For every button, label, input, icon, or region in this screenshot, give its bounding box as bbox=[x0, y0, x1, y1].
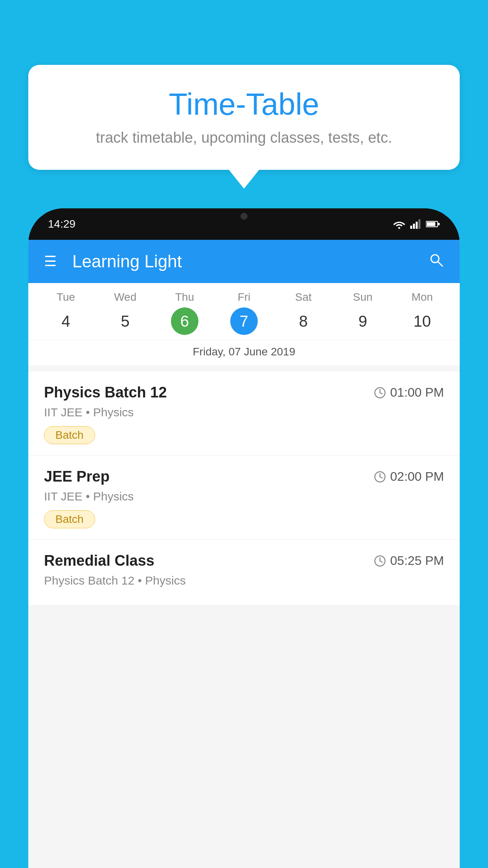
schedule-item-header: Remedial Class05:25 PM bbox=[44, 552, 444, 569]
day-name: Mon bbox=[411, 291, 433, 303]
schedule-time: 02:00 PM bbox=[374, 469, 444, 484]
svg-rect-6 bbox=[427, 222, 435, 226]
day-number[interactable]: 10 bbox=[408, 307, 436, 335]
calendar-day[interactable]: Thu6 bbox=[161, 291, 208, 335]
svg-rect-3 bbox=[416, 222, 418, 229]
clock-icon bbox=[374, 471, 386, 483]
schedule-item[interactable]: JEE Prep02:00 PMIIT JEE • PhysicsBatch bbox=[28, 456, 460, 540]
day-name: Wed bbox=[114, 291, 136, 303]
schedule-list: Physics Batch 1201:00 PMIIT JEE • Physic… bbox=[28, 371, 460, 606]
schedule-subtitle: IIT JEE • Physics bbox=[44, 406, 444, 419]
bubble-subtitle: track timetable, upcoming classes, tests… bbox=[52, 129, 436, 146]
hamburger-icon[interactable]: ☰ bbox=[44, 253, 57, 270]
schedule-time: 05:25 PM bbox=[374, 554, 444, 568]
svg-line-12 bbox=[380, 393, 382, 394]
svg-rect-4 bbox=[418, 219, 420, 229]
status-time: 14:29 bbox=[48, 218, 75, 230]
bubble-title: Time-Table bbox=[52, 86, 436, 122]
batch-badge: Batch bbox=[44, 510, 95, 528]
app-title: Learning Light bbox=[72, 252, 428, 271]
svg-line-15 bbox=[380, 477, 382, 478]
camera-dot bbox=[240, 213, 248, 220]
time-text: 05:25 PM bbox=[390, 554, 444, 568]
clock-icon bbox=[374, 386, 386, 399]
app-screen: ☰ Learning Light Tue4Wed5Thu6Fri7Sat8Sun… bbox=[28, 240, 460, 868]
search-button[interactable] bbox=[428, 252, 444, 271]
schedule-subtitle: Physics Batch 12 • Physics bbox=[44, 574, 444, 587]
app-bar: ☰ Learning Light bbox=[28, 240, 460, 283]
day-name: Thu bbox=[175, 291, 194, 303]
calendar-day[interactable]: Wed5 bbox=[102, 291, 149, 335]
battery-icon bbox=[426, 220, 440, 228]
day-name: Sun bbox=[353, 291, 372, 303]
day-number[interactable]: 7 bbox=[230, 307, 258, 335]
selected-date-label: Friday, 07 June 2019 bbox=[28, 340, 460, 365]
speech-bubble: Time-Table track timetable, upcoming cla… bbox=[28, 65, 460, 170]
calendar-day[interactable]: Mon10 bbox=[398, 291, 446, 335]
time-text: 02:00 PM bbox=[390, 469, 444, 484]
schedule-subtitle: IIT JEE • Physics bbox=[44, 490, 444, 503]
calendar-day[interactable]: Fri7 bbox=[220, 291, 268, 335]
calendar-strip: Tue4Wed5Thu6Fri7Sat8Sun9Mon10 Friday, 07… bbox=[28, 283, 460, 365]
svg-rect-2 bbox=[413, 224, 415, 229]
svg-line-18 bbox=[380, 561, 382, 562]
day-name: Tue bbox=[57, 291, 75, 303]
day-name: Sat bbox=[295, 291, 312, 303]
svg-rect-1 bbox=[410, 226, 412, 229]
calendar-day[interactable]: Sun9 bbox=[339, 291, 386, 335]
schedule-title: JEE Prep bbox=[44, 468, 110, 485]
day-name: Fri bbox=[238, 291, 251, 303]
schedule-item-header: Physics Batch 1201:00 PM bbox=[44, 384, 444, 401]
day-number[interactable]: 8 bbox=[290, 307, 317, 335]
schedule-title: Remedial Class bbox=[44, 552, 154, 569]
notch bbox=[220, 208, 268, 224]
schedule-item[interactable]: Physics Batch 1201:00 PMIIT JEE • Physic… bbox=[28, 371, 460, 456]
signal-icon bbox=[410, 219, 421, 229]
status-bar: 14:29 bbox=[28, 208, 460, 240]
schedule-time: 01:00 PM bbox=[374, 385, 444, 400]
schedule-item-header: JEE Prep02:00 PM bbox=[44, 468, 444, 485]
calendar-day[interactable]: Tue4 bbox=[42, 291, 90, 335]
batch-badge: Batch bbox=[44, 426, 95, 444]
schedule-item[interactable]: Remedial Class05:25 PMPhysics Batch 12 •… bbox=[28, 540, 460, 606]
svg-line-9 bbox=[438, 261, 442, 266]
phone-frame: 14:29 bbox=[28, 208, 460, 868]
time-text: 01:00 PM bbox=[390, 385, 444, 400]
day-number[interactable]: 4 bbox=[52, 307, 80, 335]
status-icons bbox=[393, 219, 440, 229]
day-number[interactable]: 9 bbox=[349, 307, 376, 335]
day-number[interactable]: 6 bbox=[171, 307, 198, 335]
wifi-icon bbox=[393, 219, 405, 229]
schedule-title: Physics Batch 12 bbox=[44, 384, 167, 401]
svg-rect-7 bbox=[438, 223, 440, 225]
days-row: Tue4Wed5Thu6Fri7Sat8Sun9Mon10 bbox=[28, 291, 460, 335]
calendar-day[interactable]: Sat8 bbox=[280, 291, 327, 335]
clock-icon bbox=[374, 555, 386, 567]
day-number[interactable]: 5 bbox=[112, 307, 139, 335]
svg-point-0 bbox=[398, 227, 400, 229]
